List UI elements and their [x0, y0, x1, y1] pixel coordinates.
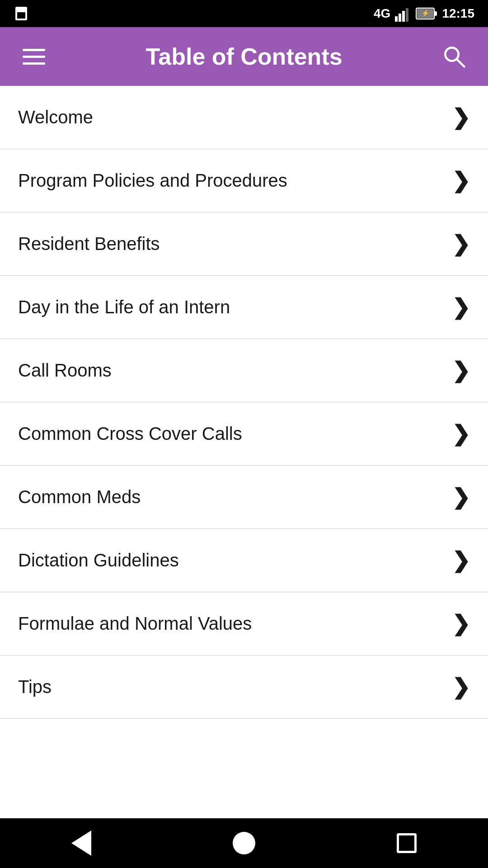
svg-line-11 [457, 59, 465, 67]
recent-button[interactable] [389, 825, 425, 861]
recent-icon [397, 833, 417, 853]
battery-icon: ⚡ [416, 7, 437, 20]
toc-item[interactable]: Tips❯ [0, 656, 488, 719]
toc-item-label: Common Cross Cover Calls [18, 424, 242, 444]
svg-rect-7 [434, 11, 437, 16]
toc-item[interactable]: Day in the Life of an Intern❯ [0, 276, 488, 339]
time-display: 12:15 [442, 6, 474, 21]
back-icon [71, 830, 91, 856]
toc-item-label: Resident Benefits [18, 234, 160, 254]
chevron-right-icon: ❯ [452, 297, 470, 318]
toc-item[interactable]: Common Cross Cover Calls❯ [0, 402, 488, 466]
status-bar-left [14, 0, 29, 27]
toc-list: Welcome❯Program Policies and Procedures❯… [0, 86, 488, 818]
toc-item[interactable]: Program Policies and Procedures❯ [0, 149, 488, 212]
toc-item-label: Formulae and Normal Values [18, 613, 252, 634]
svg-rect-1 [17, 12, 25, 19]
home-button[interactable] [226, 825, 262, 861]
svg-rect-4 [402, 11, 405, 22]
toc-item-label: Program Policies and Procedures [18, 170, 287, 191]
svg-text:⚡: ⚡ [422, 9, 430, 17]
network-indicator: 4G [374, 6, 390, 21]
svg-rect-5 [406, 8, 408, 22]
chevron-right-icon: ❯ [452, 107, 470, 128]
chevron-right-icon: ❯ [452, 423, 470, 445]
toc-item[interactable]: Welcome❯ [0, 86, 488, 149]
toc-item-label: Dictation Guidelines [18, 550, 179, 571]
search-icon [442, 44, 467, 69]
toc-item-label: Tips [18, 677, 52, 697]
hamburger-icon [23, 49, 45, 65]
chevron-right-icon: ❯ [452, 613, 470, 635]
bottom-nav [0, 818, 488, 868]
toc-item[interactable]: Dictation Guidelines❯ [0, 529, 488, 592]
home-icon [233, 832, 255, 854]
toc-item-label: Welcome [18, 107, 93, 127]
chevron-right-icon: ❯ [452, 360, 470, 382]
toc-item[interactable]: Formulae and Normal Values❯ [0, 592, 488, 656]
sim-icon [14, 6, 29, 21]
search-button[interactable] [438, 41, 470, 72]
svg-rect-3 [399, 14, 401, 22]
chevron-right-icon: ❯ [452, 170, 470, 192]
app-header: Table of Contents [0, 27, 488, 86]
menu-button[interactable] [18, 41, 50, 72]
toc-item-label: Common Meds [18, 487, 141, 507]
toc-item[interactable]: Resident Benefits❯ [0, 212, 488, 276]
signal-icon [395, 5, 411, 22]
toc-item-label: Day in the Life of an Intern [18, 297, 230, 317]
toc-item-label: Call Rooms [18, 360, 112, 381]
toc-item[interactable]: Common Meds❯ [0, 466, 488, 529]
status-icons: 4G ⚡ 12:15 [374, 5, 474, 22]
chevron-right-icon: ❯ [452, 676, 470, 698]
chevron-right-icon: ❯ [452, 486, 470, 508]
chevron-right-icon: ❯ [452, 550, 470, 571]
chevron-right-icon: ❯ [452, 233, 470, 255]
page-title: Table of Contents [50, 43, 438, 70]
toc-item[interactable]: Call Rooms❯ [0, 339, 488, 402]
back-button[interactable] [63, 825, 99, 861]
svg-rect-2 [395, 16, 398, 22]
status-bar: 4G ⚡ 12:15 [0, 0, 488, 27]
